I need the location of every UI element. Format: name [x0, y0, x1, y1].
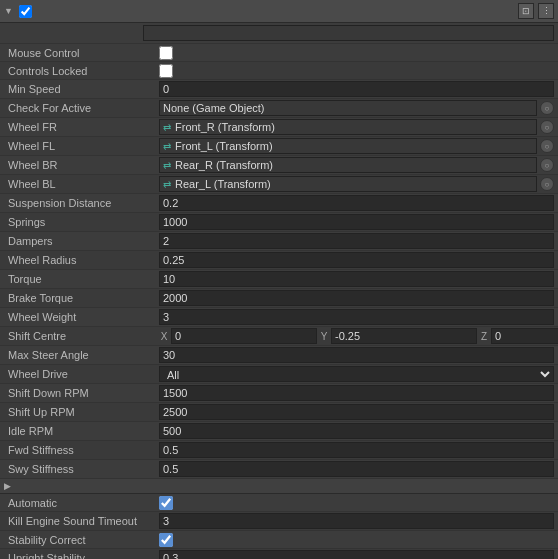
object-picker-button[interactable]: ○ — [540, 120, 554, 134]
table-row: Swy Stiffness — [0, 460, 558, 479]
object-field[interactable]: None (Game Object) — [159, 100, 537, 116]
object-picker-button[interactable]: ○ — [540, 139, 554, 153]
object-field[interactable]: ⇄Rear_R (Transform) — [159, 157, 537, 173]
menu-icon[interactable]: ⋮ — [538, 3, 554, 19]
transform-icon: ⇄ — [163, 122, 171, 133]
property-value: All — [159, 366, 554, 382]
min-speed-input[interactable] — [159, 81, 554, 97]
property-label: Swy Stiffness — [4, 463, 159, 475]
table-row: Wheel Radius — [0, 251, 558, 270]
object-field[interactable]: ⇄Rear_L (Transform) — [159, 176, 537, 192]
property-label: Wheel Weight — [4, 311, 159, 323]
property-label: Automatic — [4, 497, 159, 509]
gears-section-header[interactable]: ▶ — [0, 479, 558, 494]
property-label: Stability Correct — [4, 534, 159, 546]
upright-stability-input[interactable] — [159, 550, 554, 559]
z-input[interactable] — [491, 328, 558, 344]
field-value-text: Rear_R (Transform) — [175, 159, 273, 171]
dampers-input[interactable] — [159, 233, 554, 249]
properties-list: Mouse ControlControls LockedMin SpeedChe… — [0, 44, 558, 479]
wheel-weight-input[interactable] — [159, 309, 554, 325]
transform-icon: ⇄ — [163, 141, 171, 152]
wheel-drive-select[interactable]: All — [159, 366, 554, 382]
automatic-checkbox[interactable] — [159, 496, 173, 510]
property-label: Min Speed — [4, 83, 159, 95]
kill-engine-sound-timeout-input[interactable] — [159, 513, 554, 529]
script-value[interactable] — [143, 25, 554, 41]
stability-correct-checkbox[interactable] — [159, 533, 173, 547]
table-row: Springs — [0, 213, 558, 232]
torque-input[interactable] — [159, 271, 554, 287]
property-value — [159, 309, 554, 325]
table-row: Stability Correct — [0, 531, 558, 549]
swy-stiffness-input[interactable] — [159, 461, 554, 477]
property-value — [159, 423, 554, 439]
table-row: Shift Up RPM — [0, 403, 558, 422]
idle-rpm-input[interactable] — [159, 423, 554, 439]
property-value — [159, 550, 554, 559]
springs-input[interactable] — [159, 214, 554, 230]
table-row: Mouse Control — [0, 44, 558, 62]
object-picker-button[interactable]: ○ — [540, 158, 554, 172]
table-row: Kill Engine Sound Timeout — [0, 512, 558, 531]
object-picker-button[interactable]: ○ — [540, 101, 554, 115]
property-label: Fwd Stiffness — [4, 444, 159, 456]
max-steer-angle-input[interactable] — [159, 347, 554, 363]
object-picker-button[interactable]: ○ — [540, 177, 554, 191]
property-value — [159, 496, 554, 510]
property-label: Wheel Radius — [4, 254, 159, 266]
property-value — [159, 195, 554, 211]
table-row: Brake Torque — [0, 289, 558, 308]
object-field[interactable]: ⇄Front_L (Transform) — [159, 138, 537, 154]
shift-down-rpm-input[interactable] — [159, 385, 554, 401]
gears-properties-list: AutomaticKill Engine Sound TimeoutStabil… — [0, 494, 558, 559]
property-label: Shift Up RPM — [4, 406, 159, 418]
shift-up-rpm-input[interactable] — [159, 404, 554, 420]
table-row: Shift CentreXYZ — [0, 327, 558, 346]
table-row: Wheel Weight — [0, 308, 558, 327]
property-label: Brake Torque — [4, 292, 159, 304]
table-row: Wheel FL⇄Front_L (Transform)○ — [0, 137, 558, 156]
property-value: None (Game Object)○ — [159, 100, 554, 116]
table-row: Shift Down RPM — [0, 384, 558, 403]
table-row: Fwd Stiffness — [0, 441, 558, 460]
table-row: Upright Stability — [0, 549, 558, 559]
field-value-text: Front_R (Transform) — [175, 121, 275, 133]
property-label: Kill Engine Sound Timeout — [4, 515, 159, 527]
property-value — [159, 46, 554, 60]
suspension-distance-input[interactable] — [159, 195, 554, 211]
table-row: Controls Locked — [0, 62, 558, 80]
object-field[interactable]: ⇄Front_R (Transform) — [159, 119, 537, 135]
property-value — [159, 252, 554, 268]
xyz-row: XYZ — [159, 328, 558, 344]
property-label: Controls Locked — [4, 65, 159, 77]
property-value: ⇄Rear_R (Transform)○ — [159, 157, 554, 173]
y-input[interactable] — [331, 328, 477, 344]
property-label: Max Steer Angle — [4, 349, 159, 361]
table-row: Torque — [0, 270, 558, 289]
mouse-control-checkbox[interactable] — [159, 46, 173, 60]
gears-arrow-icon: ▶ — [4, 481, 11, 491]
property-value — [159, 81, 554, 97]
header-actions: ⊡ ⋮ — [518, 3, 554, 19]
property-value — [159, 214, 554, 230]
property-label: Shift Centre — [4, 330, 159, 342]
fwd-stiffness-input[interactable] — [159, 442, 554, 458]
z-label: Z — [479, 331, 489, 342]
property-label: Wheel Drive — [4, 368, 159, 380]
table-row: Wheel BL⇄Rear_L (Transform)○ — [0, 175, 558, 194]
component-enable-checkbox[interactable] — [19, 5, 32, 18]
table-row: Min Speed — [0, 80, 558, 99]
brake-torque-input[interactable] — [159, 290, 554, 306]
wheel-radius-input[interactable] — [159, 252, 554, 268]
table-row: Max Steer Angle — [0, 346, 558, 365]
collapse-arrow-icon[interactable]: ▼ — [4, 6, 13, 16]
x-input[interactable] — [171, 328, 317, 344]
controls-locked-checkbox[interactable] — [159, 64, 173, 78]
property-value — [159, 533, 554, 547]
inspector-panel: ▼ ⊡ ⋮ Mouse ControlControls LockedMin Sp… — [0, 0, 558, 559]
property-label: Torque — [4, 273, 159, 285]
x-label: X — [159, 331, 169, 342]
expand-icon[interactable]: ⊡ — [518, 3, 534, 19]
table-row: Wheel DriveAll — [0, 365, 558, 384]
